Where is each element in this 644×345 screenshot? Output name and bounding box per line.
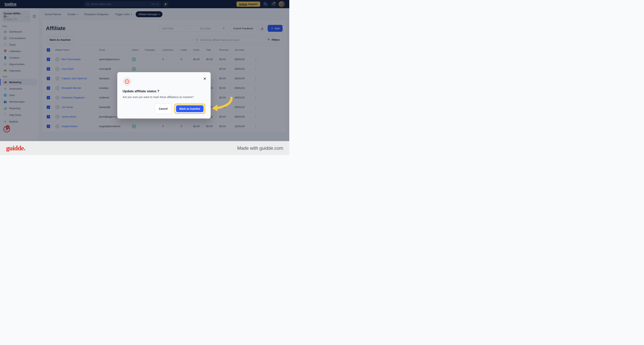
modal-warning-bg: i — [123, 77, 132, 86]
modal-body: Are you sure you want to mark these affi… — [123, 96, 205, 99]
footer-tagline: Made with guidde.com — [237, 146, 283, 151]
guidde-logo: guidde. — [6, 145, 25, 152]
modal-title: Update affiliate status ? — [123, 89, 205, 93]
arrow-annotation — [210, 96, 234, 114]
modal-cancel-button[interactable]: Cancel — [155, 104, 172, 114]
modal-close-button[interactable]: ✕ — [203, 76, 206, 81]
info-icon: i — [125, 80, 129, 84]
highlight-box: Mark as Inactive — [174, 104, 205, 114]
modal-confirm-button[interactable]: Mark as Inactive — [176, 105, 204, 112]
update-status-modal: i ✕ Update affiliate status ? Are you su… — [117, 72, 211, 119]
footer: guidde. Made with guidde.com — [0, 141, 289, 155]
